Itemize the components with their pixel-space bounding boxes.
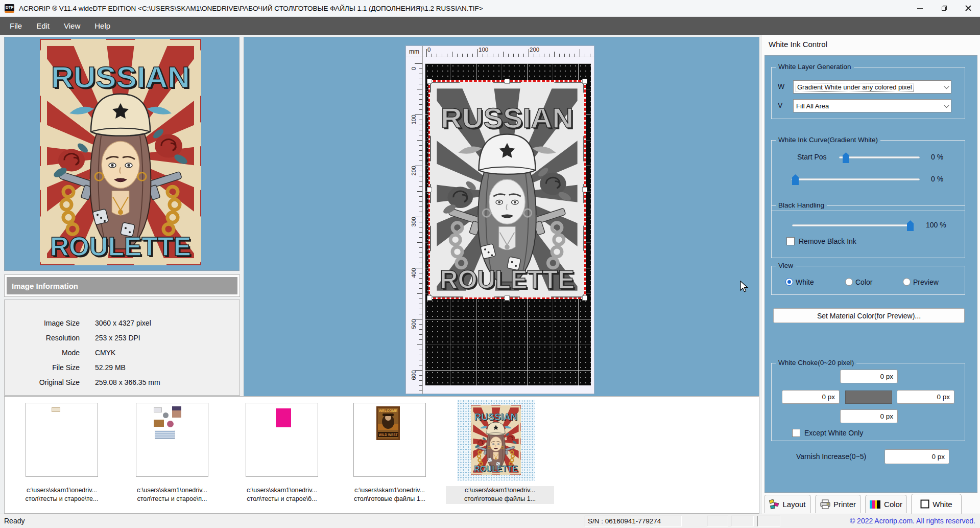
thumbnail-caption-selected[interactable]: c:\users\skam1\onedriv... стол\готовые ф… [446,486,554,504]
close-icon [965,5,971,11]
group-legend: White Layer Generation [776,63,854,71]
printer-icon [820,499,830,509]
start-pos-value: 0 % [931,153,943,161]
minimize-button[interactable] [908,0,932,16]
thumbnail-caption[interactable]: c:\users\skam1\onedriv... стол\готовые ф… [336,486,444,504]
tab-label: White [933,500,952,509]
choke-top-input[interactable]: 0 px [840,370,898,383]
chevron-down-icon [944,83,949,89]
thumb5-artwork [471,405,521,475]
thumbnail-caption[interactable]: c:\users\skam1\onedriv... стол\тесты и с… [118,486,226,504]
choke-right-input[interactable]: 0 px [897,390,954,404]
ruler-unit-label: mm [406,46,423,57]
start-pos-slider-thumb[interactable] [843,152,849,163]
selection-handle[interactable] [505,295,510,301]
group-legend: White Choke(0~20 pixel) [776,359,856,366]
choke-bottom-input[interactable]: 0 px [840,409,898,423]
selected-artwork[interactable] [428,80,586,299]
info-row-file-size: File Size 52.29 MB [5,360,240,375]
ruler-h-label: 200 [530,47,539,53]
tab-color[interactable]: Color [865,495,907,513]
curve-value: 0 % [931,175,943,183]
caption-line1: c:\users\skam1\onedriv... [8,486,116,495]
ruler-h-label: 0 [427,47,431,53]
info-row-resolution: Resolution 253 x 253 DPI [5,330,240,345]
image-information-title: Image Information [7,277,237,294]
view-white-label: White [796,278,814,286]
varnish-mode-select[interactable]: Fill All Area [793,99,951,112]
menu-help[interactable]: Help [88,18,117,34]
thumbnail-page-2[interactable] [136,403,208,477]
color-preview-panel [4,37,240,271]
choke-left-input[interactable]: 0 px [782,390,840,404]
caption-line2: стол\готовые файлы 1... [336,495,444,503]
print-page: mm 0 100 200 0 100 200 300 400 500 600 [405,45,594,394]
tab-label: Color [884,500,902,509]
info-value: 259.08 x 366.35 mm [95,378,160,386]
tab-layout[interactable]: Layout [764,495,811,513]
view-color-radio[interactable] [845,278,853,286]
remove-black-ink-checkbox[interactable] [786,237,795,245]
caption-line2: стол\готовые файлы 1... [446,495,554,503]
thumbnail-page-4[interactable]: WELCOME WILD WEST [353,403,426,477]
thumbnail-page-1[interactable] [26,403,98,477]
restore-button[interactable] [932,0,956,16]
thumbnail-page-5-selected[interactable] [457,400,535,480]
menu-edit[interactable]: Edit [30,18,56,34]
info-row-image-size: Image Size 3060 x 4327 pixel [5,315,240,330]
tab-white[interactable]: White [911,494,962,514]
menu-view[interactable]: View [57,18,87,34]
black-handling-slider[interactable] [792,224,914,226]
selection-handle[interactable] [427,295,432,301]
white-mode-value: Gradient White under any colored pixel [796,83,913,91]
selection-handle[interactable] [427,79,432,84]
info-value: 52.29 MB [95,363,126,372]
statusbar: Ready S/N : 06160941-779274 © 2022 Acror… [0,514,980,528]
info-row-mode: Mode CMYK [5,345,240,360]
view-preview-label: Preview [913,278,939,286]
info-label: Image Size [5,319,80,327]
black-handling-value: 100 % [926,221,946,229]
canvas-area[interactable]: mm 0 100 200 0 100 200 300 400 500 600 [244,37,759,397]
thumbnail-page-3[interactable] [246,403,318,477]
selection-handle[interactable] [582,295,587,301]
ruler-v-label: 200 [411,164,417,177]
tab-printer[interactable]: Printer [815,495,861,513]
curve-slider[interactable] [792,178,920,180]
view-preview-radio[interactable] [903,278,911,286]
varnish-increase-label: Varnish Increase(0~5) [796,452,866,461]
job-thumbnail-strip: c:\users\skam1\onedriv... стол\тесты и с… [4,396,759,514]
info-row-original-size: Original Size 259.08 x 366.35 mm [5,375,240,389]
selection-handle[interactable] [582,79,587,84]
selection-handle[interactable] [582,187,587,192]
minimize-icon [917,8,923,9]
menu-file[interactable]: File [3,18,29,34]
group-white-layer-generation: White Layer Generation W Gradient White … [771,67,965,119]
status-cell [731,516,754,526]
ruler-v-label: 0 [411,62,417,75]
white-mode-select[interactable]: Gradient White under any colored pixel [793,80,951,94]
set-material-color-button[interactable]: Set Material Color(for Preview)... [773,308,965,323]
black-handling-slider-thumb[interactable] [907,220,914,231]
panel-title: White Ink Control [769,40,827,49]
group-legend: White Ink Curve(Gradient White) [776,136,880,144]
caption-line1: c:\users\skam1\onedriv... [228,486,336,495]
caption-line2: стол\тесты и старое\п... [118,495,226,503]
selection-handle[interactable] [505,79,510,84]
selection-handle[interactable] [427,187,432,192]
white-icon [920,499,929,509]
svg-text:WILD WEST: WILD WEST [378,433,397,437]
caption-line2: стол\тесты и старое\те... [8,495,116,503]
close-button[interactable] [956,0,980,16]
white-ink-control-panel: White Ink Control White Layer Generation… [761,35,980,514]
thumbnail-caption[interactable]: c:\users\skam1\onedriv... стол\тесты и с… [228,486,336,504]
view-white-radio[interactable] [785,278,793,286]
start-pos-slider[interactable] [839,156,920,158]
group-white-choke: White Choke(0~20 pixel) 0 px 0 px 0 px 0… [771,363,965,441]
curve-slider-thumb[interactable] [792,174,799,185]
varnish-increase-input[interactable]: 0 px [885,449,949,464]
info-value: 3060 x 4327 pixel [95,319,151,327]
thumbnail-caption[interactable]: c:\users\skam1\onedriv... стол\тесты и с… [8,486,116,504]
mouse-cursor [740,281,749,293]
except-white-only-checkbox[interactable] [792,429,800,437]
